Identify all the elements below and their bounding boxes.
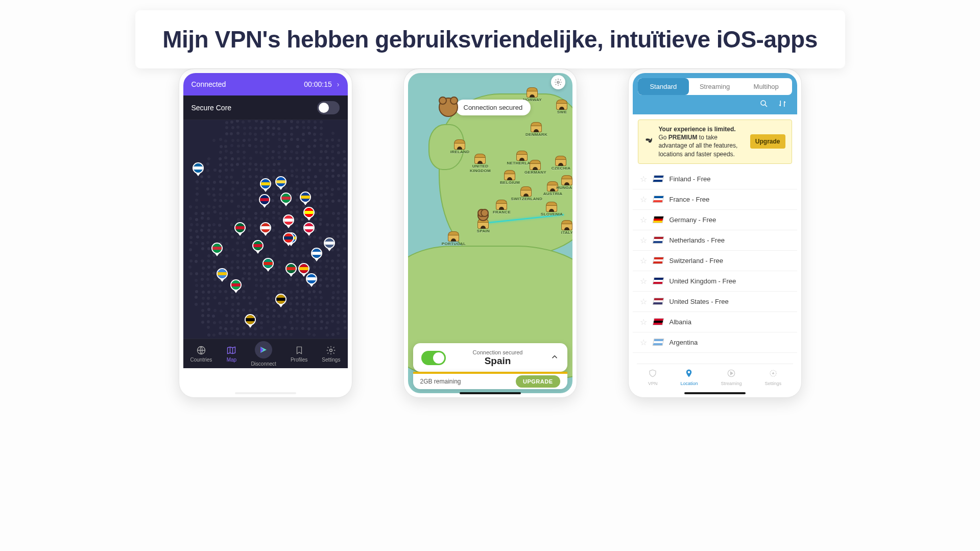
nav-streaming[interactable]: Streaming <box>721 369 742 386</box>
country-pin[interactable] <box>260 222 271 236</box>
tunnel-swiss[interactable] <box>520 186 532 196</box>
country-pin[interactable] <box>193 162 204 177</box>
favorite-star-icon[interactable]: ☆ <box>640 215 647 225</box>
country-pin[interactable] <box>234 222 246 236</box>
country-pin[interactable] <box>303 207 315 221</box>
tunnel-slovenia[interactable] <box>546 202 557 211</box>
nav-profiles[interactable]: Profiles <box>291 345 307 363</box>
list-item[interactable]: ☆Finland - Free <box>633 169 797 189</box>
remaining-label: 2GB remaining <box>420 378 461 385</box>
country-pin[interactable] <box>260 178 271 193</box>
nav-profiles-label: Profiles <box>291 357 307 363</box>
bear-icon <box>439 98 458 117</box>
country-pin[interactable] <box>300 191 311 206</box>
proton-bottom-nav: Countries Map Disconnect <box>183 339 348 368</box>
favorite-star-icon[interactable]: ☆ <box>640 297 647 306</box>
map-icon <box>226 345 236 355</box>
list-item[interactable]: ☆France - Free <box>633 189 797 210</box>
country-name-label: Germany - Free <box>670 216 716 224</box>
favorite-star-icon[interactable]: ☆ <box>640 174 647 184</box>
flag-icon <box>652 339 664 346</box>
nav-vpn[interactable]: VPN <box>648 369 658 386</box>
country-pin[interactable] <box>285 263 297 277</box>
favorite-star-icon[interactable]: ☆ <box>640 256 647 266</box>
tunnel-portugal[interactable] <box>448 231 459 241</box>
country-pin[interactable] <box>259 194 270 208</box>
tunnel-den[interactable] <box>531 122 542 131</box>
connection-toggle[interactable] <box>421 351 446 365</box>
favorite-star-icon[interactable]: ☆ <box>640 276 647 286</box>
list-item[interactable]: ☆Switzerland - Free <box>633 251 797 271</box>
country-list: ☆Finland - Free☆France - Free☆Germany - … <box>633 169 797 353</box>
settings-gear-button[interactable] <box>551 75 565 89</box>
tab-multihop[interactable]: Multihop <box>740 78 792 95</box>
country-pin[interactable] <box>275 176 286 190</box>
tab-standard[interactable]: Standard <box>638 78 689 95</box>
nav-countries[interactable]: Countries <box>190 345 212 363</box>
nav-disconnect-label: Disconnect <box>251 361 276 367</box>
map-label-belgium: BELGIUM <box>495 180 525 185</box>
tab-streaming[interactable]: Streaming <box>689 78 740 95</box>
tunnel-ireland[interactable] <box>454 139 465 149</box>
secure-core-toggle[interactable] <box>317 101 340 114</box>
tunnel-uk[interactable] <box>474 154 486 163</box>
disconnect-icon <box>255 341 272 358</box>
shield-icon <box>648 369 657 380</box>
play-circle-icon <box>727 369 736 380</box>
nav-map[interactable]: Map <box>226 345 236 363</box>
tunnel-norway[interactable] <box>527 87 538 97</box>
favorite-star-icon[interactable]: ☆ <box>640 195 647 204</box>
sort-icon[interactable] <box>778 99 787 110</box>
tunnel-netherl[interactable] <box>516 151 528 160</box>
tunnel-germany[interactable] <box>530 160 541 169</box>
country-pin[interactable] <box>230 279 242 294</box>
list-item[interactable]: ☆Germany - Free <box>633 210 797 230</box>
chevron-up-icon <box>550 352 559 364</box>
proton-map[interactable] <box>183 120 348 339</box>
country-pin[interactable] <box>303 222 315 236</box>
nav-location[interactable]: Location <box>680 369 698 386</box>
nav-disconnect[interactable]: Disconnect <box>251 341 276 367</box>
country-pin[interactable] <box>262 258 274 272</box>
favorite-star-icon[interactable]: ☆ <box>640 317 647 327</box>
country-pin[interactable] <box>252 240 264 254</box>
country-pin[interactable] <box>275 294 286 308</box>
connected-bar[interactable]: Connected 00:00:15 › <box>183 73 348 95</box>
promo-upgrade-button[interactable]: Upgrade <box>750 134 785 149</box>
tunnel-belgium[interactable] <box>504 170 515 179</box>
secure-core-row[interactable]: Secure Core <box>183 95 348 120</box>
list-item[interactable]: ☆United Kingdom - Free <box>633 271 797 292</box>
card-location-label: Spain <box>446 355 550 367</box>
mode-tabs: Standard Streaming Multihop <box>638 78 792 95</box>
tunnel-france[interactable] <box>496 200 507 209</box>
country-pin[interactable] <box>311 248 322 262</box>
map-label-den: DENMARK <box>521 132 552 137</box>
nav-settings[interactable]: Settings <box>764 369 781 386</box>
map-label-italy: ITALY <box>552 230 572 235</box>
list-item[interactable]: ☆Argentina <box>633 332 797 353</box>
map-label-germany: GERMANY <box>520 170 551 175</box>
country-pin[interactable] <box>306 273 317 288</box>
connection-card[interactable]: Connection secured Spain <box>413 343 567 372</box>
tunnel-czech[interactable] <box>555 156 566 165</box>
country-pin[interactable] <box>283 214 294 229</box>
upgrade-button[interactable]: UPGRADE <box>516 375 560 388</box>
tunnel-italy[interactable] <box>561 220 572 229</box>
favorite-star-icon[interactable]: ☆ <box>640 338 647 347</box>
country-pin[interactable] <box>324 237 335 252</box>
country-pin[interactable] <box>280 193 292 207</box>
nav-settings[interactable]: Settings <box>322 345 340 363</box>
list-item[interactable]: ☆United States - Free <box>633 292 797 312</box>
list-item[interactable]: ☆Netherlands - Free <box>633 230 797 251</box>
search-icon[interactable] <box>759 99 769 110</box>
country-name-label: United States - Free <box>670 298 729 305</box>
tunnel-swe[interactable] <box>556 100 567 109</box>
country-pin[interactable] <box>211 243 223 257</box>
country-pin[interactable] <box>283 232 294 247</box>
list-item[interactable]: ☆Albania <box>633 312 797 332</box>
favorite-star-icon[interactable]: ☆ <box>640 235 647 245</box>
country-pin[interactable] <box>245 314 256 328</box>
tunnel-hun[interactable] <box>561 175 572 184</box>
country-pin[interactable] <box>217 268 228 282</box>
map-label-czech: CZECHIA <box>546 166 572 171</box>
